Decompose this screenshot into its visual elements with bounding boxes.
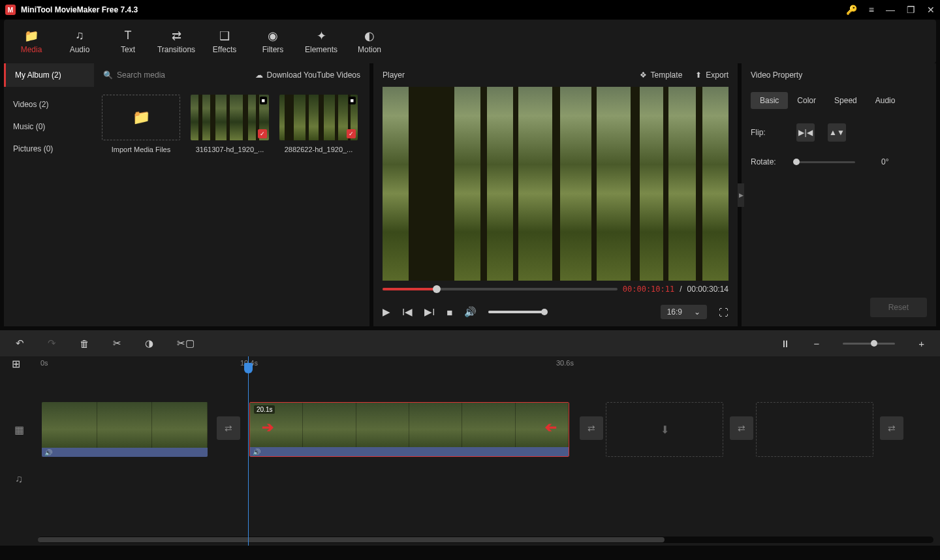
added-check-icon: ✓ [258,129,267,138]
video-type-icon: ■ [349,97,356,104]
volume-icon[interactable]: 🔊 [464,306,477,318]
template-button[interactable]: ❖Template [640,70,683,80]
prev-frame-button[interactable]: I◀ [402,306,413,318]
video-track-icon: ▦ [0,424,38,436]
tab-text[interactable]: TText [106,20,150,63]
transition-slot[interactable]: ⇄ [730,416,753,440]
app-title: MiniTool MovieMaker Free 7.4.3 [21,5,138,14]
media-item[interactable]: ■ ✓ 2882622-hd_1920_... [279,95,358,153]
prop-tab-basic[interactable]: Basic [751,92,788,109]
timeline-clip-selected[interactable]: 20.1s ➔ ➔ 🔊 [249,402,569,457]
transition-slot[interactable]: ⇄ [880,416,903,440]
trim-right-arrow-icon: ➔ [545,419,557,436]
music-track-icon: ♫ [0,473,38,485]
media-categories: Videos (2) Music (0) Pictures (0) [4,87,94,326]
transition-icon: ⇄ [172,29,181,42]
redo-button[interactable]: ↷ [48,337,56,349]
album-tab[interactable]: My Album (2) [4,63,94,87]
filters-icon: ◉ [268,29,278,42]
properties-title: Video Property [742,63,936,87]
zoom-slider[interactable] [843,343,895,345]
speaker-icon: 🔊 [253,448,260,456]
empty-clip-slot[interactable]: ⬇ [606,402,723,457]
trim-left-arrow-icon: ➔ [262,419,274,436]
player-title: Player [383,70,405,80]
player-panel: Player ❖Template ⬆Export 00:00:10:1 [373,63,738,326]
titlebar: M MiniTool MovieMaker Free 7.4.3 🔑 ≡ — ❐… [0,0,940,20]
tab-filters[interactable]: ◉Filters [251,20,295,63]
cat-pictures[interactable]: Pictures (0) [4,138,94,160]
speed-button[interactable]: ◑ [145,337,153,349]
app-icon: M [5,5,16,15]
properties-panel: ▶ Video Property Basic Color Speed Audio… [742,63,936,326]
volume-slider[interactable] [488,311,547,313]
tab-media[interactable]: 📁Media [9,20,54,63]
split-button[interactable]: ✂ [113,337,121,349]
tab-effects[interactable]: ❑Effects [202,20,247,63]
hamburger-menu-icon[interactable]: ≡ [869,5,874,15]
sparkle-icon: ✦ [317,29,326,42]
play-button[interactable]: ▶ [383,306,390,318]
search-input[interactable]: 🔍 Search media [103,70,165,80]
prop-tab-speed[interactable]: Speed [825,92,866,109]
added-check-icon: ✓ [347,129,356,138]
maximize-icon[interactable]: ❐ [907,5,915,15]
add-track-button[interactable]: ⊞ [12,358,20,370]
playhead[interactable] [248,356,249,546]
empty-clip-slot[interactable] [756,402,873,457]
delete-button[interactable]: 🗑 [80,338,89,349]
search-placeholder: Search media [117,70,165,80]
crop-button[interactable]: ✂▢ [177,337,195,349]
tab-audio[interactable]: ♫Audio [57,20,102,63]
aspect-ratio-select[interactable]: 16:9⌄ [661,305,707,319]
upgrade-key-icon[interactable]: 🔑 [846,5,857,15]
video-type-icon: ■ [260,97,267,104]
tab-transitions[interactable]: ⇄Transitions [154,20,198,63]
timecode-total: 00:00:30:14 [687,285,728,294]
timeline-ruler[interactable]: 0s 10.4s 30.6s [38,356,940,373]
search-icon: 🔍 [103,70,113,80]
flip-vertical-button[interactable]: ▲▼ [828,123,846,142]
stop-button[interactable]: ■ [446,307,452,318]
prop-tab-color[interactable]: Color [788,92,825,109]
layers-icon: ❖ [640,70,647,80]
folder-icon: 📁 [24,29,39,42]
cat-videos[interactable]: Videos (2) [4,93,94,116]
media-item[interactable]: ■ ✓ 3161307-hd_1920_... [191,95,269,153]
fullscreen-button[interactable]: ⛶ [719,307,728,318]
effects-icon: ❑ [219,29,230,42]
download-youtube-button[interactable]: ☁ Download YouTube Videos [255,70,360,80]
minimize-icon[interactable]: — [886,5,895,15]
rotate-value: 0° [881,157,888,166]
flip-horizontal-button[interactable]: ▶|◀ [796,123,815,142]
zoom-in-button[interactable]: + [918,338,924,349]
zoom-out-button[interactable]: − [813,338,819,349]
import-media-button[interactable]: 📁 Import Media Files [102,95,180,153]
flip-label: Flip: [751,128,783,137]
tab-elements[interactable]: ✦Elements [299,20,343,63]
audio-track: ♫ [0,459,940,499]
tab-motion[interactable]: ◐Motion [347,20,392,63]
close-icon[interactable]: ✕ [927,5,935,15]
rotate-slider[interactable] [796,161,855,163]
timeline-clip[interactable]: 🔊 [42,402,208,457]
video-preview[interactable] [383,87,728,281]
cat-music[interactable]: Music (0) [4,116,94,138]
collapse-panel-button[interactable]: ▶ [738,183,744,207]
undo-button[interactable]: ↶ [16,337,24,349]
folder-icon: 📁 [133,109,150,126]
prop-tab-audio[interactable]: Audio [866,92,905,109]
music-note-icon: ♫ [75,29,84,42]
reset-button[interactable]: Reset [870,298,927,317]
transition-slot[interactable]: ⇄ [217,416,240,440]
main-toolbar-row: 📁Media ♫Audio TText ⇄Transitions ❑Effect… [0,20,940,63]
export-button[interactable]: ⬆Export [695,70,728,80]
seek-bar[interactable] [383,288,618,290]
snap-button[interactable]: ⏸ [780,338,790,349]
seek-thumb[interactable] [433,285,441,293]
export-icon: ⬆ [695,70,702,80]
transition-slot[interactable]: ⇄ [580,416,603,440]
next-frame-button[interactable]: ▶I [424,306,435,318]
timeline-toolbar: ↶ ↷ 🗑 ✂ ◑ ✂▢ ⏸ − + [0,330,940,356]
timeline-scrollbar[interactable] [38,537,933,543]
